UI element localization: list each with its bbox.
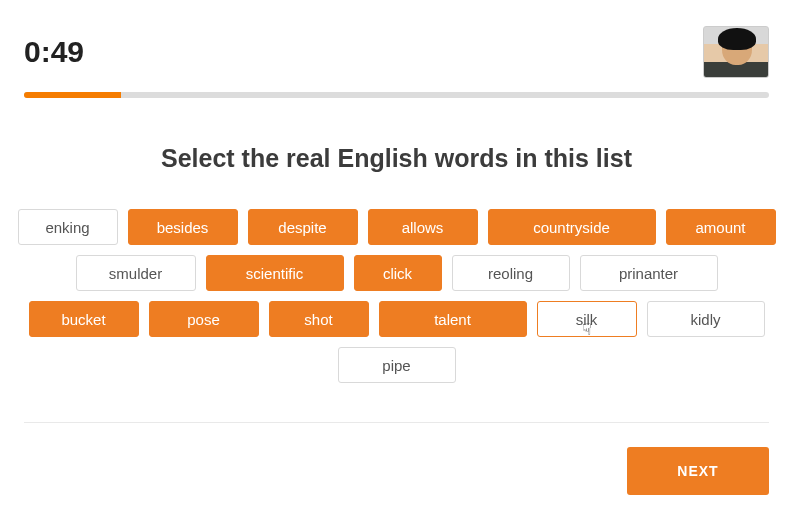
next-button[interactable]: NEXT (627, 447, 769, 495)
word-option[interactable]: scientific (206, 255, 344, 291)
divider (24, 422, 769, 423)
webcam-preview (703, 26, 769, 78)
word-option[interactable]: kidly (647, 301, 765, 337)
word-grid: enkingbesidesdespiteallowscountrysideamo… (0, 209, 793, 383)
word-option[interactable]: amount (666, 209, 776, 245)
word-option[interactable]: enking (18, 209, 118, 245)
word-option[interactable]: smulder (76, 255, 196, 291)
word-option[interactable]: countryside (488, 209, 656, 245)
word-option[interactable]: click (354, 255, 442, 291)
word-option[interactable]: silk☟ (537, 301, 637, 337)
word-option[interactable]: besides (128, 209, 238, 245)
word-option[interactable]: prinanter (580, 255, 718, 291)
word-option[interactable]: allows (368, 209, 478, 245)
cursor-icon: ☟ (582, 320, 592, 339)
word-option[interactable]: reoling (452, 255, 570, 291)
word-option[interactable]: talent (379, 301, 527, 337)
word-option[interactable]: despite (248, 209, 358, 245)
timer: 0:49 (24, 35, 84, 69)
instruction-title: Select the real English words in this li… (0, 144, 793, 173)
word-option[interactable]: shot (269, 301, 369, 337)
word-option[interactable]: bucket (29, 301, 139, 337)
word-option[interactable]: pipe (338, 347, 456, 383)
progress-fill (24, 92, 121, 98)
progress-bar (24, 92, 769, 98)
word-option[interactable]: pose (149, 301, 259, 337)
